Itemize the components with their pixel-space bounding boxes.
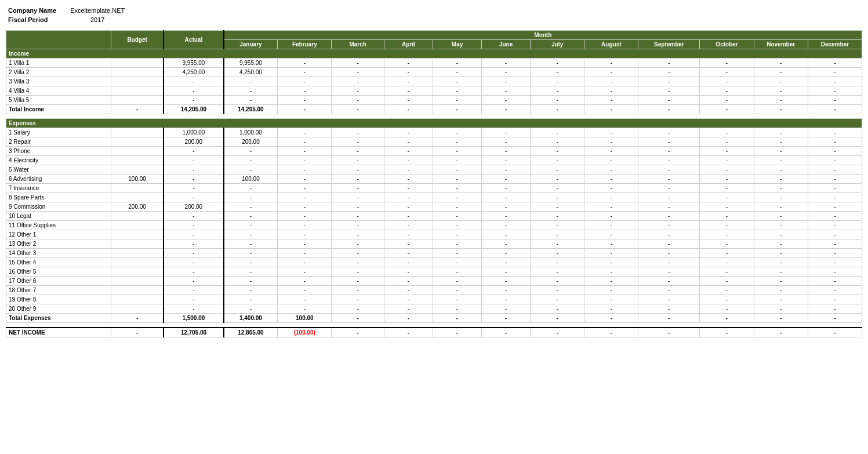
- data-row: 4 Electricity-------------: [6, 156, 862, 165]
- data-row: 11 Office Supplies-------------: [6, 221, 862, 230]
- jul-header: July: [531, 40, 584, 49]
- data-row: 1 Villa 19,955.009,955.00-----------: [6, 59, 862, 68]
- apr-header: April: [384, 40, 433, 49]
- data-row: 1 Salary1,000.001,000.00-----------: [6, 128, 862, 137]
- header-info: Company Name Exceltemplate.NET Fiscal Pe…: [6, 6, 862, 24]
- data-row: 13 Other 2-------------: [6, 239, 862, 249]
- data-row: 18 Other 7-------------: [6, 286, 862, 295]
- budget-table: Budget Actual Month January February Mar…: [6, 30, 862, 337]
- data-row: 15 Other 4-------------: [6, 258, 862, 267]
- spacer-row: [6, 114, 862, 119]
- data-row: 17 Other 6-------------: [6, 277, 862, 286]
- nov-header: November: [754, 40, 808, 49]
- fiscal-period-label: Fiscal Period: [6, 15, 59, 24]
- data-row: 2 Repair200.00200.00-----------: [6, 137, 862, 147]
- section-header-row: Income: [6, 49, 862, 59]
- dec-header: December: [808, 40, 862, 49]
- oct-header: October: [700, 40, 754, 49]
- data-row: 6 Advertising100.00-100.00-----------: [6, 175, 862, 184]
- actual-header: Actual: [164, 31, 223, 49]
- data-row: 5 Water-------------: [6, 165, 862, 175]
- data-row: 14 Other 3-------------: [6, 249, 862, 258]
- net-income-row: NET INCOME-12,705.0012,805.00(100.00)---…: [6, 328, 862, 337]
- header-row-1: Budget Actual Month: [6, 31, 862, 40]
- data-row: 4 Villa 4-------------: [6, 86, 862, 96]
- fiscal-period-value: 2017: [59, 15, 127, 24]
- data-row: 19 Other 8-------------: [6, 295, 862, 304]
- company-name-label: Company Name: [6, 6, 59, 15]
- data-row: 5 Villa 5-------------: [6, 96, 862, 105]
- spacer-row: [6, 323, 862, 328]
- total-row: Total Income-14,205.0014,205.00---------…: [6, 105, 862, 114]
- data-row: 3 Phone-------------: [6, 147, 862, 156]
- section-header-row: Expenses: [6, 119, 862, 128]
- data-row: 8 Spare Parts-------------: [6, 193, 862, 202]
- data-row: 7 Insurance-------------: [6, 184, 862, 193]
- data-row: 20 Other 9-------------: [6, 304, 862, 314]
- data-row: 2 Villa 24,250.004,250.00-----------: [6, 68, 862, 77]
- jun-header: June: [482, 40, 531, 49]
- may-header: May: [433, 40, 482, 49]
- sep-header: September: [638, 40, 700, 49]
- aug-header: August: [584, 40, 638, 49]
- budget-header: Budget: [111, 31, 164, 49]
- data-row: 12 Other 1-------------: [6, 230, 862, 239]
- company-name-value: Exceltemplate.NET: [59, 6, 127, 15]
- data-row: 16 Other 5-------------: [6, 267, 862, 277]
- mar-header: March: [332, 40, 384, 49]
- data-row: 10 Legal-------------: [6, 212, 862, 221]
- feb-header: February: [278, 40, 332, 49]
- jan-header: January: [224, 40, 278, 49]
- total-row: Total Expenses-1,500.001,400.00100.00---…: [6, 314, 862, 323]
- data-row: 3 Villa 3-------------: [6, 77, 862, 86]
- month-header: Month: [224, 31, 862, 40]
- data-row: 9 Commission200.00200.00------------: [6, 202, 862, 212]
- row-label-header: [6, 31, 111, 49]
